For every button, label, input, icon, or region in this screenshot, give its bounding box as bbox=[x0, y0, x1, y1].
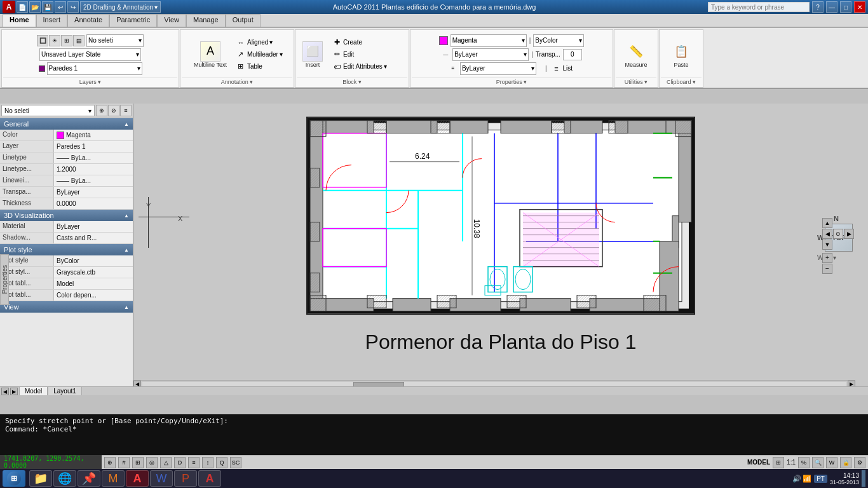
snap-btn[interactable]: ⊕ bbox=[104, 457, 116, 468]
linetype-dropdown[interactable]: ByLayer▾ bbox=[452, 48, 529, 61]
layer-state-dropdown[interactable]: Unsaved Layer State▾ bbox=[39, 48, 141, 61]
tspace-btn[interactable]: ↕ bbox=[202, 457, 214, 468]
plot-section-header[interactable]: Plot style ▲ bbox=[0, 244, 133, 255]
bycolor-dropdown[interactable]: ByColor▾ bbox=[533, 34, 584, 47]
osnap-btn[interactable]: △ bbox=[160, 457, 172, 468]
zoom-in[interactable]: + bbox=[822, 253, 832, 263]
lweight-btn[interactable]: ≡ bbox=[188, 457, 200, 468]
tab-layout1[interactable]: Layout1 bbox=[48, 386, 82, 395]
edit-attributes-btn[interactable]: 🏷 Edit Attributes▾ bbox=[330, 61, 389, 72]
no-select-dropdown[interactable]: No seleti▾ bbox=[86, 34, 144, 47]
start-button[interactable]: ⊞ bbox=[3, 470, 25, 487]
color-dropdown[interactable]: Magenta▾ bbox=[451, 34, 527, 47]
tab-view[interactable]: View bbox=[157, 14, 186, 27]
transparent-label: Transp... bbox=[536, 51, 560, 58]
multiline-text-btn[interactable]: A Multiline Text bbox=[189, 38, 231, 71]
view-section-header[interactable]: View ▲ bbox=[0, 301, 133, 313]
restore-btn[interactable]: □ bbox=[840, 1, 851, 13]
qa-open[interactable]: 📂 bbox=[29, 1, 41, 13]
close-btn[interactable]: ✕ bbox=[854, 1, 865, 13]
properties-tab[interactable]: Properties bbox=[0, 254, 9, 305]
svg-rect-66 bbox=[437, 295, 456, 308]
measure-icon: 📏 bbox=[626, 41, 646, 62]
tab-home[interactable]: Home bbox=[3, 14, 36, 27]
prop-linetype: Linetype —— ByLa... bbox=[0, 152, 133, 164]
workspace-selector[interactable]: 2D Drafting & Annotation▾ bbox=[80, 1, 161, 13]
qa-redo[interactable]: ↪ bbox=[67, 1, 79, 13]
model-btn[interactable]: ⊞ bbox=[773, 457, 784, 468]
next-tab[interactable]: ▶ bbox=[10, 388, 18, 395]
orbit-right[interactable]: ▶ bbox=[844, 229, 854, 239]
prev-tab[interactable]: ◀ bbox=[1, 388, 9, 395]
tab-output[interactable]: Output bbox=[226, 14, 261, 27]
taskbar-ac2[interactable]: A bbox=[198, 470, 221, 487]
no-select-panel-dropdown[interactable]: No seleti▾ bbox=[1, 105, 95, 116]
taskbar-autocad[interactable]: A bbox=[126, 470, 149, 487]
qa-save[interactable]: 💾 bbox=[42, 1, 53, 13]
ortho-btn[interactable]: ⊞ bbox=[132, 457, 144, 468]
panel-icon-1[interactable]: ⊕ bbox=[96, 105, 107, 116]
search-input[interactable] bbox=[708, 2, 810, 12]
edit-block-btn[interactable]: ✏ Edit bbox=[330, 49, 389, 60]
zoom-out[interactable]: − bbox=[822, 264, 832, 274]
aligned-btn[interactable]: ↔ Aligned▾ bbox=[234, 37, 285, 48]
tab-model[interactable]: Model bbox=[19, 386, 48, 395]
settings-btn[interactable]: ⚙ bbox=[854, 457, 865, 468]
grid-btn[interactable]: # bbox=[118, 457, 130, 468]
status-bar: ⊕ # ⊞ ◎ △ D ≡ ↕ Q SC MODEL ⊞ 1:1 % 🔍 W 🔒… bbox=[102, 455, 868, 469]
dyn-btn[interactable]: D bbox=[174, 457, 186, 468]
polar-btn[interactable]: ◎ bbox=[146, 457, 158, 468]
tab-annotate[interactable]: Annotate bbox=[67, 14, 109, 27]
orbit-up[interactable]: ▲ bbox=[822, 218, 832, 228]
taskbar-ppt[interactable]: P bbox=[174, 470, 197, 487]
layer-icon-1[interactable]: 🔲 bbox=[37, 35, 48, 46]
multileader-btn[interactable]: ↗ Multileader▾ bbox=[234, 49, 285, 60]
orbit-center[interactable]: ⊙ bbox=[833, 229, 843, 239]
ws-btn[interactable]: W bbox=[826, 457, 837, 468]
zoom-btn[interactable]: 🔍 bbox=[812, 457, 824, 468]
panel-icon-3[interactable]: ≡ bbox=[120, 105, 132, 116]
drawing-area[interactable]: X Y bbox=[133, 104, 868, 388]
transparent-input[interactable]: 0 bbox=[563, 49, 582, 60]
lock-btn[interactable]: 🔒 bbox=[840, 457, 851, 468]
taskbar-pin1[interactable]: 📌 bbox=[78, 470, 100, 487]
paste-btn[interactable]: 📋 Paste bbox=[667, 38, 696, 71]
taskbar-word[interactable]: W bbox=[150, 470, 173, 487]
sc-btn[interactable]: SC bbox=[230, 457, 241, 468]
orbit-left[interactable]: ◀ bbox=[822, 229, 832, 239]
scale-btn[interactable]: % bbox=[798, 457, 810, 468]
create-btn[interactable]: ✚ Create bbox=[330, 37, 389, 48]
svg-rect-5 bbox=[450, 120, 488, 133]
layer-icon-4[interactable]: ▤ bbox=[73, 35, 85, 46]
minimize-btn[interactable]: — bbox=[826, 1, 837, 13]
layer-icon-3[interactable]: ⊞ bbox=[61, 35, 72, 46]
general-section-header[interactable]: General ▲ bbox=[0, 118, 133, 130]
qa-undo[interactable]: ↩ bbox=[55, 1, 66, 13]
svg-rect-16 bbox=[450, 298, 501, 311]
taskbar-matlab[interactable]: M bbox=[102, 470, 125, 487]
qp-btn[interactable]: Q bbox=[216, 457, 227, 468]
layer-icon-2[interactable]: ☀ bbox=[49, 35, 60, 46]
taskbar-folder[interactable]: 📁 bbox=[29, 470, 52, 487]
app-title: AutoCAD 2011 Plantas edificio de Comando… bbox=[162, 3, 707, 11]
tab-parametric[interactable]: Parametric bbox=[109, 14, 157, 27]
show-desktop[interactable] bbox=[862, 470, 865, 487]
prop-plot-style: Plot style ByColor bbox=[0, 255, 133, 267]
crosshair-x bbox=[139, 217, 189, 217]
taskbar-ie[interactable]: 🌐 bbox=[53, 470, 76, 487]
lineweight-dropdown[interactable]: ByLayer▾ bbox=[460, 62, 536, 75]
list-btn[interactable]: ≡ List bbox=[550, 63, 575, 74]
table-btn[interactable]: ⊞ Table bbox=[234, 61, 285, 72]
viz-section-header[interactable]: 3D Visualization ▲ bbox=[0, 210, 133, 221]
info-btn[interactable]: ? bbox=[812, 1, 824, 13]
tab-manage[interactable]: Manage bbox=[186, 14, 226, 27]
orbit-down[interactable]: ▼ bbox=[822, 240, 832, 250]
app-logo[interactable]: A bbox=[3, 1, 15, 13]
insert-btn[interactable]: ⬜ Insert bbox=[298, 38, 327, 71]
panel-icon-2[interactable]: ⊘ bbox=[108, 105, 119, 116]
qa-new[interactable]: 📄 bbox=[17, 1, 28, 13]
layer-dropdown[interactable]: Paredes 1▾ bbox=[47, 62, 142, 75]
measure-btn[interactable]: 📏 Measure bbox=[620, 38, 651, 71]
tab-insert[interactable]: Insert bbox=[36, 14, 68, 27]
layer-icons[interactable]: 🔲 ☀ ⊞ ▤ bbox=[37, 35, 85, 46]
